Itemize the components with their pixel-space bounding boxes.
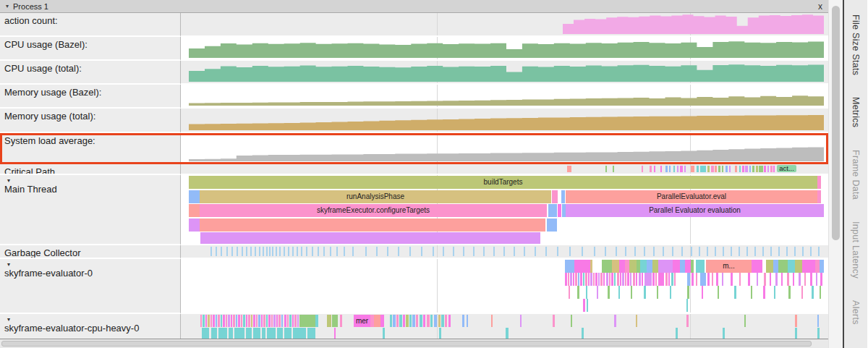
trace-slice[interactable] <box>268 315 271 327</box>
trace-slice[interactable] <box>276 315 278 327</box>
trace-slice[interactable] <box>205 315 207 327</box>
trace-slice[interactable] <box>665 273 668 286</box>
action-count-chart[interactable] <box>181 13 828 37</box>
trace-slice[interactable] <box>189 218 200 232</box>
trace-slice[interactable] <box>315 315 318 327</box>
trace-slice-m-[interactable]: m... <box>706 260 752 273</box>
gc-event-tick[interactable] <box>810 247 812 256</box>
collapse-arrow-icon[interactable]: ▾ <box>7 316 175 323</box>
trace-slice[interactable] <box>253 315 255 327</box>
trace-slice[interactable] <box>380 315 384 327</box>
trace-event-tick[interactable] <box>680 166 683 172</box>
trace-event-tick[interactable] <box>742 166 744 172</box>
trace-slice[interactable] <box>799 273 801 286</box>
gc-event-tick[interactable] <box>272 247 273 256</box>
trace-slice[interactable] <box>739 273 741 286</box>
trace-slice[interactable] <box>614 273 616 286</box>
gc-event-tick[interactable] <box>323 247 325 256</box>
trace-slice[interactable] <box>383 328 385 340</box>
trace-slice[interactable] <box>216 315 217 327</box>
gc-event-tick[interactable] <box>653 247 655 256</box>
trace-slice[interactable] <box>406 315 409 327</box>
cpu-usage-bazel-chart[interactable] <box>181 37 828 61</box>
gc-event-tick[interactable] <box>663 247 664 256</box>
trace-slice[interactable] <box>640 260 647 273</box>
tab-alerts[interactable]: Alerts <box>851 300 861 325</box>
trace-slice[interactable] <box>292 315 294 327</box>
gc-event-tick[interactable] <box>297 247 298 256</box>
trace-slice[interactable] <box>633 273 635 286</box>
trace-slice[interactable] <box>570 273 572 286</box>
trace-slice[interactable] <box>399 315 402 327</box>
gc-event-tick[interactable] <box>284 247 285 256</box>
trace-slice[interactable] <box>420 315 422 327</box>
gc-event-tick[interactable] <box>707 247 708 256</box>
trace-slice[interactable] <box>427 315 430 327</box>
trace-event-tick[interactable] <box>711 166 714 172</box>
gc-event-tick[interactable] <box>237 247 238 256</box>
trace-slice[interactable] <box>817 176 821 189</box>
trace-event-tick[interactable] <box>613 166 614 172</box>
gc-event-tick[interactable] <box>216 247 217 256</box>
trace-event-tick[interactable] <box>729 166 731 172</box>
vertical-scrollbar-thumb[interactable] <box>832 6 840 240</box>
gc-event-tick[interactable] <box>569 247 571 256</box>
trace-slice[interactable] <box>238 315 240 327</box>
trace-slice[interactable] <box>565 273 567 286</box>
gc-event-tick[interactable] <box>723 247 724 256</box>
gc-event-tick[interactable] <box>226 247 228 256</box>
trace-slice[interactable] <box>462 315 464 327</box>
trace-slice[interactable] <box>258 315 260 327</box>
gc-event-tick[interactable] <box>387 247 388 256</box>
trace-slice[interactable] <box>691 260 694 273</box>
trace-slice[interactable] <box>573 273 574 286</box>
trace-slice[interactable] <box>593 273 595 286</box>
trace-slice-skyframeexecutor-configuretargets[interactable]: skyframeExecutor.configureTargets <box>200 204 547 217</box>
trace-slice[interactable] <box>658 260 673 273</box>
trace-slice[interactable] <box>281 315 283 327</box>
trace-slice[interactable] <box>598 273 600 286</box>
trace-slice[interactable] <box>642 273 643 286</box>
gc-event-tick[interactable] <box>802 247 804 256</box>
trace-slice[interactable] <box>287 315 289 327</box>
trace-slice[interactable] <box>775 273 778 286</box>
trace-slice[interactable] <box>213 315 215 327</box>
trace-slice[interactable] <box>284 315 286 327</box>
trace-slice[interactable] <box>262 328 265 340</box>
trace-slice[interactable] <box>608 286 610 299</box>
trace-slice[interactable] <box>266 315 268 327</box>
gc-event-tick[interactable] <box>794 247 796 256</box>
critical-path-chart[interactable]: act... <box>181 164 828 175</box>
trace-slice[interactable] <box>787 273 789 286</box>
trace-event-tick[interactable] <box>605 166 607 172</box>
trace-slice[interactable] <box>439 328 441 340</box>
trace-event-tick[interactable] <box>669 166 671 172</box>
trace-event-tick[interactable] <box>718 166 720 172</box>
trace-event-tick[interactable] <box>745 166 748 172</box>
trace-slice[interactable] <box>631 286 632 299</box>
trace-slice[interactable] <box>334 328 336 340</box>
trace-slice[interactable] <box>687 273 690 286</box>
trace-slice[interactable] <box>211 328 217 340</box>
trace-slice[interactable] <box>612 260 619 273</box>
trace-slice[interactable] <box>233 315 235 327</box>
trace-slice[interactable] <box>231 315 232 327</box>
trace-slice[interactable] <box>246 328 252 340</box>
gc-event-tick[interactable] <box>312 247 313 256</box>
trace-slice[interactable] <box>403 315 405 327</box>
trace-slice[interactable] <box>639 273 641 286</box>
trace-slice[interactable] <box>261 315 263 327</box>
trace-slice[interactable] <box>716 273 718 286</box>
trace-event-tick[interactable] <box>735 166 737 172</box>
trace-slice[interactable] <box>571 315 572 327</box>
trace-event-tick[interactable] <box>691 166 694 172</box>
gc-event-tick[interactable] <box>715 247 716 256</box>
trace-slice[interactable] <box>278 315 281 327</box>
trace-slice[interactable] <box>674 273 676 286</box>
trace-slice[interactable] <box>299 315 315 327</box>
trace-event-tick[interactable] <box>767 166 769 172</box>
trace-slice[interactable] <box>547 218 557 232</box>
trace-slice[interactable] <box>722 273 723 286</box>
tab-input-latency[interactable]: Input Latency <box>851 221 861 279</box>
trace-slice[interactable] <box>812 286 814 299</box>
